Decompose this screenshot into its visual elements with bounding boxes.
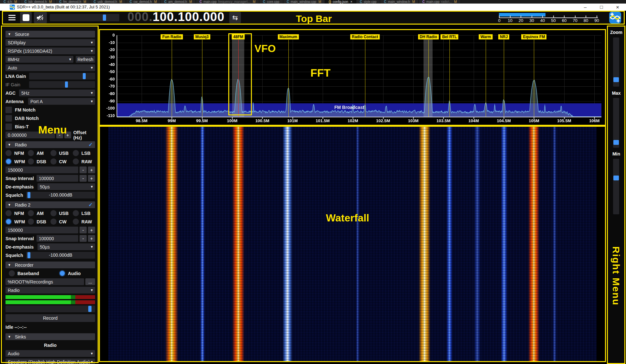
section-radio[interactable]: ▼ Radio ✓ bbox=[5, 141, 95, 148]
deemphasis-dropdown[interactable]: 50µs▼ bbox=[38, 183, 95, 190]
station-label-fun-radio[interactable]: Fun Radio bbox=[161, 34, 183, 39]
section-radio2[interactable]: ▼ Radio 2 ✓ bbox=[5, 201, 95, 208]
tab-badge[interactable]: × bbox=[351, 0, 352, 4]
station-label-musiq3[interactable]: Musiq3 bbox=[194, 34, 210, 39]
squelch-handle[interactable] bbox=[27, 252, 30, 258]
section-recorder[interactable]: ▼ Recorder bbox=[5, 262, 95, 268]
recorder-volume-handle[interactable] bbox=[88, 306, 92, 312]
section-sinks[interactable]: ▼ Sinks bbox=[5, 333, 95, 340]
zoom-slider-handle[interactable] bbox=[613, 77, 619, 82]
maximize-button[interactable]: □ bbox=[597, 4, 606, 10]
squelch-slider[interactable]: -100.000dB bbox=[26, 192, 95, 198]
lna-gain-slider[interactable] bbox=[29, 73, 95, 80]
signal-scale[interactable]: 0102030405060708090 bbox=[498, 12, 601, 23]
source-type-dropdown[interactable]: SDRplay▼ bbox=[5, 39, 95, 46]
mode-wfm[interactable]: WFM bbox=[5, 158, 28, 165]
if-gain-slider[interactable] bbox=[29, 81, 95, 88]
mode-cw[interactable]: CW bbox=[50, 158, 73, 165]
editor-tab-core.cpp[interactable]: Ccore.cpp bbox=[259, 0, 283, 4]
editor-tab-lsb-demod.h[interactable]: Clsb_demod.hM bbox=[21, 0, 56, 4]
fft-canvas[interactable] bbox=[100, 30, 605, 125]
min-slider-handle[interactable] bbox=[613, 176, 619, 180]
fft-display[interactable]: 0-10-20-30-40-50-60-70-80-90-100-11098.5… bbox=[100, 30, 605, 125]
editor-tab-main.cpp[interactable]: Cmain.cppfrequency_manager\...M bbox=[196, 0, 259, 4]
enabled-check-icon[interactable]: ✓ bbox=[89, 202, 93, 208]
editor-tab-d.h[interactable]: Cd.hM bbox=[0, 0, 21, 4]
if-gain-handle[interactable] bbox=[65, 81, 68, 88]
record-button[interactable]: Record bbox=[5, 314, 95, 322]
editor-tab-main-window.h[interactable]: Cmain_window.hM bbox=[380, 0, 419, 4]
station-label-bel-rtl[interactable]: Bel RTL bbox=[440, 34, 458, 39]
browse-button[interactable]: ... bbox=[85, 278, 95, 285]
editor-tab-main.cpp[interactable]: Cmain.cppradio\...M bbox=[419, 0, 461, 4]
sdrpp-logo-icon[interactable] bbox=[609, 12, 621, 24]
snap-plus-button[interactable]: + bbox=[88, 175, 95, 182]
mode-raw[interactable]: RAW bbox=[73, 158, 95, 165]
mode-wfm[interactable]: WFM bbox=[5, 218, 28, 225]
sink-type-dropdown[interactable]: Audio▼ bbox=[5, 350, 95, 357]
editor-tab-am-demod.h[interactable]: Cam_demod.hM bbox=[161, 0, 196, 4]
snap-input[interactable]: 100000 bbox=[37, 175, 78, 182]
bandwidth-minus-button[interactable]: - bbox=[80, 227, 87, 233]
mode-dsb[interactable]: DSB bbox=[28, 158, 50, 165]
agc-dropdown[interactable]: 5Hz▼ bbox=[19, 90, 95, 96]
editor-tab-style.cpp[interactable]: Cstyle.cpp bbox=[356, 0, 381, 4]
station-label-dh-radio[interactable]: DH Radio bbox=[418, 34, 439, 39]
mode-cw[interactable]: CW bbox=[50, 218, 73, 225]
frequency-display[interactable]: 000.100.100.000 bbox=[127, 10, 224, 24]
editor-tab-cw-demod.h[interactable]: Ccw_demod.hM bbox=[126, 0, 161, 4]
station-label-nrj[interactable]: NRJ bbox=[498, 34, 509, 39]
snap-minus-button[interactable]: - bbox=[80, 235, 87, 242]
station-label-48fm[interactable]: 48FM bbox=[232, 34, 245, 39]
mode-lsb[interactable]: LSB bbox=[73, 150, 95, 156]
sink-device-dropdown[interactable]: Speakers (Realtek High Definition Audio)… bbox=[5, 359, 95, 364]
close-button[interactable]: × bbox=[613, 4, 622, 11]
editor-tab-usb-demod.h[interactable]: Cusb_demod.hM bbox=[90, 0, 126, 4]
squelch-handle[interactable] bbox=[27, 192, 30, 198]
mode-dsb[interactable]: DSB bbox=[28, 218, 50, 225]
station-label-maximum[interactable]: Maximum bbox=[278, 34, 299, 39]
volume-slider-handle[interactable] bbox=[103, 15, 106, 21]
max-slider-handle[interactable] bbox=[613, 140, 619, 145]
editor-tab-config.json[interactable]: {}config.json× bbox=[325, 0, 356, 4]
recordings-path-input[interactable]: %ROOT%/Recordings bbox=[5, 278, 84, 285]
antenna-dropdown[interactable]: Port A▼ bbox=[28, 98, 95, 105]
audio-radio[interactable]: Audio bbox=[59, 270, 81, 276]
min-slider[interactable] bbox=[613, 159, 619, 214]
volume-slider[interactable] bbox=[50, 14, 119, 21]
max-slider[interactable] bbox=[613, 98, 619, 148]
lna-gain-handle[interactable] bbox=[83, 73, 86, 79]
deemphasis-dropdown[interactable]: 50µs▼ bbox=[38, 243, 95, 250]
radio-bandwidth-input[interactable]: 150000 bbox=[5, 166, 78, 173]
editor-tab-main-window.cpp[interactable]: Cmain_window.cppM bbox=[283, 0, 325, 4]
mode-lsb[interactable]: LSB bbox=[73, 210, 95, 217]
swap-button[interactable]: ⇆ bbox=[229, 12, 241, 23]
zoom-slider[interactable] bbox=[613, 37, 619, 87]
samplerate-mode-dropdown[interactable]: Auto▼ bbox=[5, 64, 95, 71]
mute-button[interactable] bbox=[34, 12, 47, 23]
mode-am[interactable]: AM bbox=[28, 210, 50, 217]
fm-notch-checkbox[interactable] bbox=[5, 107, 12, 113]
mode-am[interactable]: AM bbox=[28, 150, 50, 156]
refresh-button[interactable]: Refresh bbox=[76, 56, 95, 63]
station-label-equinox-fm[interactable]: Equinox FM bbox=[521, 34, 546, 39]
radio2-bandwidth-input[interactable]: 150000 bbox=[5, 227, 78, 233]
device-dropdown[interactable]: RSPdx (191106DA42)▼ bbox=[5, 48, 95, 54]
waterfall-display[interactable] bbox=[100, 127, 605, 361]
recorder-volume-slider[interactable] bbox=[5, 305, 95, 312]
baseband-radio[interactable]: Baseband bbox=[9, 270, 39, 276]
bandwidth-dropdown[interactable]: 8MHz▼ bbox=[5, 56, 73, 63]
snap-minus-button[interactable]: - bbox=[80, 175, 87, 182]
dab-notch-checkbox[interactable] bbox=[5, 115, 12, 122]
squelch-slider[interactable]: -100.000dB bbox=[26, 252, 95, 259]
recorder-stream-dropdown[interactable]: Radio▼ bbox=[5, 287, 95, 294]
bandwidth-plus-button[interactable]: + bbox=[88, 227, 95, 233]
section-source[interactable]: ▼ Source bbox=[5, 31, 95, 37]
mode-nfm[interactable]: NFM bbox=[5, 210, 28, 217]
mode-usb[interactable]: USB bbox=[50, 150, 73, 156]
minimize-button[interactable]: – bbox=[580, 4, 590, 10]
menu-toggle-button[interactable] bbox=[5, 13, 18, 23]
mode-raw[interactable]: RAW bbox=[73, 218, 95, 225]
snap-plus-button[interactable]: + bbox=[88, 235, 95, 242]
bandwidth-plus-button[interactable]: + bbox=[88, 166, 95, 173]
